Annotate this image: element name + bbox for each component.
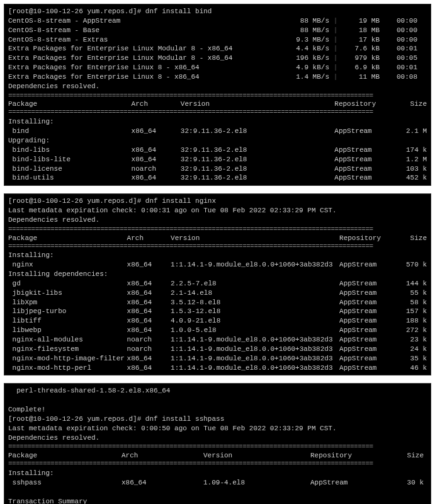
installing-label: Installing: [8, 469, 427, 478]
cell-version: 32:9.11.36-2.el8 [181, 127, 334, 136]
col-size: Size [396, 100, 427, 108]
cell-version: 32:9.11.36-2.el8 [181, 164, 334, 174]
cell-repo: AppStream [339, 298, 395, 307]
cell-size: 23 k [395, 335, 427, 345]
table-row: nginx-all-modulesnoarch1:1.14.1-9.module… [8, 335, 427, 345]
cell-size: 24 k [395, 345, 427, 354]
cell-repo: AppStream [339, 289, 395, 298]
cell-package: bind-libs-lite [8, 155, 132, 164]
cell-size: 174 k [396, 146, 427, 155]
shell-prompt[interactable]: [root@10-100-12-26 yum.repos.d]# dnf ins… [8, 7, 427, 16]
cell-version: 1.0.0-5.el8 [171, 326, 339, 335]
cell-version: 1:1.14.1-9.module_el8.0.0+1060+3ab382d3 [171, 260, 339, 270]
separator-double: ========================================… [8, 242, 427, 251]
cell-package: bind-utils [8, 173, 132, 183]
download-speed: 196 kB/s [279, 54, 329, 63]
cell-arch: noarch [127, 345, 171, 354]
col-version: Version [171, 234, 339, 242]
cell-size: 2.1 M [396, 127, 427, 136]
col-package: Package [8, 452, 121, 459]
terminal-panel-bind: [root@10-100-12-26 yum.repos.d]# dnf ins… [4, 4, 431, 186]
terminal-panel-nginx: [root@10-100-12-26 yum.repos.d]# dnf ins… [4, 193, 431, 375]
cell-package: nginx-all-modules [8, 335, 127, 345]
separator-double: ========================================… [8, 459, 427, 469]
col-version: Version [203, 452, 310, 459]
cell-repo: AppStream [339, 326, 395, 335]
complete-label: Complete! [8, 405, 427, 415]
cell-arch: x86_64 [132, 155, 181, 164]
cell-repo: AppStream [310, 478, 392, 488]
table-header: Package Arch Version Repository Size [8, 100, 427, 108]
download-row: Extra Packages for Enterprise Linux Modu… [8, 54, 427, 63]
cell-arch: x86_64 [132, 173, 181, 183]
installing-label: Installing: [8, 251, 427, 260]
download-speed: 4.4 kB/s [279, 44, 329, 54]
cell-package: libXpm [8, 298, 127, 307]
table-row: jbigkit-libsx86_642.1-14.el8AppStream55 … [8, 289, 427, 298]
download-time: 00:00 [380, 35, 417, 45]
cell-version: 1.5.3-12.el8 [171, 307, 339, 316]
table-row: libtiffx86_644.0.9-21.el8AppStream188 k [8, 316, 427, 326]
repo-name: Extra Packages for Enterprise Linux 8 - … [8, 63, 279, 72]
col-size: Size [392, 452, 424, 459]
cell-version: 32:9.11.36-2.el8 [181, 173, 334, 183]
cell-arch: x86_64 [121, 478, 203, 488]
cell-size: 188 k [395, 316, 427, 326]
cell-arch: x86_64 [127, 279, 171, 289]
table-row: libwebpx86_641.0.0-5.el8AppStream272 k [8, 326, 427, 335]
download-size: 19 MB [342, 16, 380, 26]
col-size: Size [395, 234, 427, 242]
download-size: 979 kB [342, 54, 380, 63]
table-row: bindx86_6432:9.11.36-2.el8AppStream2.1 M [8, 127, 427, 136]
col-repository: Repository [334, 100, 396, 108]
repo-name: Extra Packages for Enterprise Linux 8 - … [8, 72, 279, 82]
download-speed: 4.9 kB/s [279, 63, 329, 72]
deps-resolved: Dependencies resolved. [8, 215, 427, 225]
tx-summary-label: Transaction Summary [8, 497, 427, 504]
cell-size: 55 k [395, 289, 427, 298]
separator-double: ========================================… [8, 108, 427, 117]
download-size: 18 MB [342, 26, 380, 35]
metadata-line: Last metadata expiration check: 0:00:50 … [8, 424, 427, 433]
table-row: bind-utilsx86_6432:9.11.36-2.el8AppStrea… [8, 173, 427, 183]
col-package: Package [8, 234, 127, 242]
cell-package: jbigkit-libs [8, 289, 127, 298]
cell-package: nginx [8, 260, 127, 270]
repo-name: Extra Packages for Enterprise Linux Modu… [8, 54, 279, 63]
cell-size: 144 k [395, 279, 427, 289]
cell-package: libwebp [8, 326, 127, 335]
cell-repo: AppStream [339, 260, 395, 270]
shell-prompt[interactable]: [root@10-100-12-26 yum.repos.d]# dnf ins… [8, 415, 427, 424]
cell-repo: AppStream [334, 164, 396, 174]
cell-repo: AppStream [339, 364, 395, 373]
table-row: nginx-filesystemnoarch1:1.14.1-9.module_… [8, 345, 427, 354]
cell-arch: noarch [127, 335, 171, 345]
col-repository: Repository [310, 452, 392, 459]
cell-arch: x86_64 [127, 298, 171, 307]
cell-version: 1:1.14.1-9.module_el8.0.0+1060+3ab382d3 [171, 345, 339, 354]
cell-size: 103 k [396, 164, 427, 174]
metadata-line: Last metadata expiration check: 0:00:31 … [8, 206, 427, 215]
col-arch: Arch [121, 452, 203, 459]
table-row: bind-licensenoarch32:9.11.36-2.el8AppStr… [8, 164, 427, 174]
cell-version: 1:1.14.1-9.module_el8.0.0+1060+3ab382d3 [171, 335, 339, 345]
shell-prompt[interactable]: [root@10-100-12-26 yum.repos.d]# dnf ins… [8, 197, 427, 206]
cell-size: 30 k [392, 478, 424, 488]
download-row: Extra Packages for Enterprise Linux 8 - … [8, 63, 427, 72]
installing-label: Installing: [8, 117, 427, 127]
cell-package: gd [8, 279, 127, 289]
table-header: Package Arch Version Repository Size [8, 234, 427, 242]
table-row: nginxx86_641:1.14.1-9.module_el8.0.0+106… [8, 260, 427, 270]
cell-version: 4.0.9-21.el8 [171, 316, 339, 326]
cell-package: libtiff [8, 316, 127, 326]
download-list: CentOS-8-stream - AppStream88 MB/s|19 MB… [8, 16, 427, 82]
repo-name: CentOS-8-stream - AppStream [8, 16, 279, 26]
download-speed: 88 MB/s [279, 26, 329, 35]
cell-repo: AppStream [339, 279, 395, 289]
cell-version: 1.09-4.el8 [203, 478, 310, 488]
download-row: CentOS-8-stream - Base88 MB/s|18 MB00:00 [8, 26, 427, 35]
cell-arch: x86_64 [127, 307, 171, 316]
col-package: Package [8, 100, 132, 108]
cell-repo: AppStream [339, 335, 395, 345]
download-row: Extra Packages for Enterprise Linux Modu… [8, 44, 427, 54]
